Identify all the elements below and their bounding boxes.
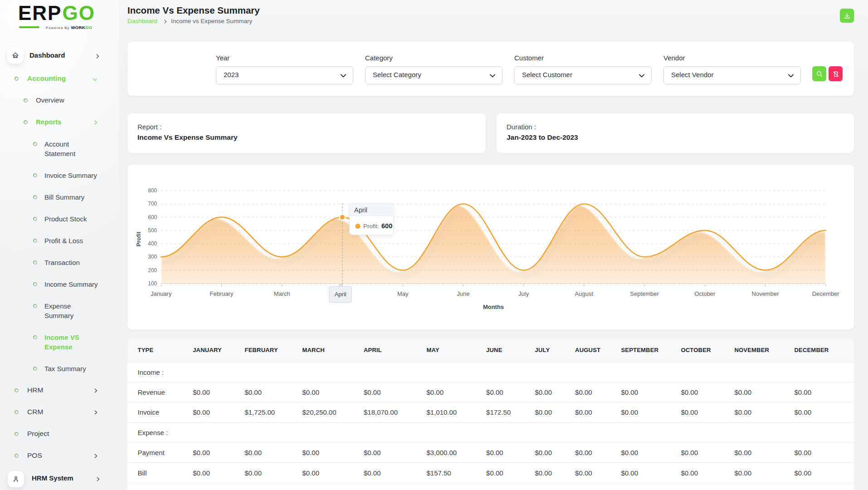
svg-text:April: April <box>354 206 367 214</box>
svg-text:October: October <box>694 290 716 297</box>
svg-text:January: January <box>151 290 172 297</box>
svg-text:500: 500 <box>148 227 157 234</box>
svg-text:600: 600 <box>381 222 392 230</box>
svg-text:December: December <box>812 290 840 297</box>
svg-text:Profit:: Profit: <box>363 223 379 230</box>
svg-text:200: 200 <box>148 267 157 274</box>
svg-text:February: February <box>210 290 234 297</box>
svg-text:May: May <box>397 290 409 297</box>
svg-text:June: June <box>457 290 469 297</box>
svg-text:March: March <box>274 290 290 297</box>
svg-text:April: April <box>335 291 346 298</box>
svg-text:300: 300 <box>148 254 157 260</box>
svg-text:400: 400 <box>148 240 157 247</box>
svg-text:700: 700 <box>148 201 157 207</box>
svg-text:Months: Months <box>483 304 504 310</box>
svg-text:100: 100 <box>148 280 157 287</box>
svg-text:September: September <box>630 290 659 297</box>
svg-text:Profit: Profit <box>136 231 142 246</box>
svg-text:November: November <box>752 290 780 297</box>
svg-text:800: 800 <box>148 187 157 194</box>
svg-text:600: 600 <box>148 214 157 220</box>
svg-text:July: July <box>518 290 529 297</box>
svg-text:August: August <box>575 290 594 297</box>
